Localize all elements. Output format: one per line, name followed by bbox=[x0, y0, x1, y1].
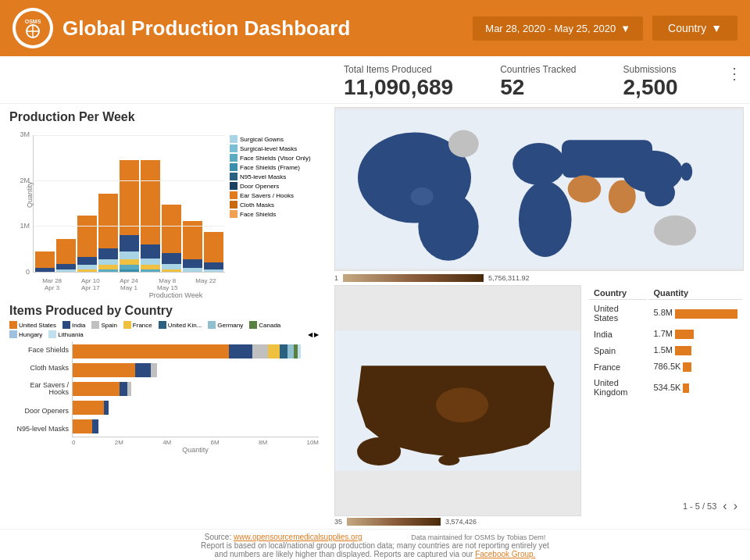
cl-de: Germany bbox=[208, 321, 243, 329]
date-range-button[interactable]: Mar 28, 2020 - May 25, 2020 ▼ bbox=[473, 16, 643, 41]
legend-face-shields: Face Shields bbox=[230, 210, 319, 218]
country-table: Country Quantity United States 5.8M Indi… bbox=[588, 285, 744, 516]
main-content: ⋮ Total Items Produced 11,090,689 Countr… bbox=[0, 56, 750, 560]
svg-point-12 bbox=[568, 176, 602, 203]
right-panel: 1 5,756,311.92 bbox=[328, 104, 750, 529]
production-chart: Production Per Week 3M 2M 1M 0 Quantity bbox=[9, 110, 319, 299]
cl-france: France bbox=[123, 321, 152, 329]
legend-cloth-masks: Cloth Masks bbox=[230, 201, 319, 209]
svg-point-15 bbox=[622, 151, 682, 193]
left-panel: Production Per Week 3M 2M 1M 0 Quantity bbox=[0, 104, 328, 529]
cl-india: India bbox=[62, 321, 85, 329]
header: OSMS Global Production Dashboard Mar 28,… bbox=[0, 0, 750, 56]
svg-point-9 bbox=[512, 143, 566, 185]
cl-hu: Hungary bbox=[9, 330, 42, 338]
content-area: Production Per Week 3M 2M 1M 0 Quantity bbox=[0, 104, 750, 529]
dashboard-title: Global Production Dashboard bbox=[62, 16, 463, 41]
stats-row: ⋮ Total Items Produced 11,090,689 Countr… bbox=[0, 56, 750, 104]
us-map bbox=[334, 285, 581, 516]
country-chart: Items Produced by Country United States … bbox=[9, 304, 319, 454]
country-filter-button[interactable]: Country ▼ bbox=[652, 16, 738, 41]
svg-point-16 bbox=[654, 216, 696, 246]
svg-text:OSMS: OSMS bbox=[25, 19, 41, 24]
legend-visor: Face Shields (Visor Only) bbox=[230, 154, 319, 162]
pagination: 1 - 5 / 53 ‹ › bbox=[588, 496, 744, 516]
legend-ear-savers: Ear Savers / Hooks bbox=[230, 191, 319, 199]
svg-point-22 bbox=[436, 387, 488, 423]
logo: OSMS bbox=[12, 8, 53, 48]
footer: Source: www.opensourcemedicalsupplies.or… bbox=[0, 529, 750, 560]
countries-tracked-stat: Countries Tracked 52 bbox=[500, 64, 576, 100]
next-page-button[interactable]: › bbox=[734, 499, 738, 513]
svg-point-21 bbox=[438, 455, 459, 465]
cl-ca: Canada bbox=[249, 321, 280, 329]
cl-spain: Spain bbox=[91, 321, 116, 329]
svg-point-7 bbox=[448, 130, 479, 158]
col-quantity: Quantity bbox=[648, 287, 742, 300]
table-row: United Kingdom 534.5K bbox=[589, 376, 742, 399]
y-axis-label: Quantity bbox=[26, 181, 34, 208]
svg-point-17 bbox=[680, 162, 692, 180]
table-row: France 786.5K bbox=[589, 359, 742, 374]
total-items-stat: Total Items Produced 11,090,689 bbox=[344, 64, 453, 100]
cl-lt: Lithuania bbox=[48, 330, 83, 338]
us-scale: 35 3,574,426 bbox=[334, 518, 744, 526]
legend-surgical-masks: Surgical-level Masks bbox=[230, 144, 319, 152]
submissions-stat: Submissions 2,500 bbox=[623, 64, 678, 100]
legend-surgical-gowns: Surgical Gowns bbox=[230, 135, 319, 143]
table-row: India 1.7M bbox=[589, 326, 742, 341]
table-row: United States 5.8M bbox=[589, 301, 742, 325]
legend-door-openers: Door Openers bbox=[230, 182, 319, 190]
cl-uk: United Kin... bbox=[159, 321, 202, 329]
facebook-link[interactable]: Facebook Group. bbox=[475, 550, 535, 558]
svg-point-18 bbox=[411, 187, 434, 205]
nav-arrow[interactable]: ◀ ▶ bbox=[308, 330, 319, 338]
hbar-x-label: Quantity bbox=[72, 446, 319, 454]
prev-page-button[interactable]: ‹ bbox=[723, 499, 727, 513]
legend-n95: N95-level Masks bbox=[230, 173, 319, 180]
legend-frame: Face Shields (Frame) bbox=[230, 163, 319, 171]
col-country: Country bbox=[589, 287, 647, 300]
x-axis-label: Production Week bbox=[33, 291, 319, 299]
cl-us: United States bbox=[9, 321, 56, 329]
svg-point-10 bbox=[519, 181, 572, 257]
table-row: Spain 1.5M bbox=[589, 343, 742, 358]
world-map bbox=[334, 107, 744, 271]
source-link[interactable]: www.opensourcemedicalsupplies.org bbox=[234, 533, 362, 541]
svg-point-20 bbox=[357, 437, 401, 465]
more-options-icon[interactable]: ⋮ bbox=[727, 64, 742, 83]
world-scale: 1 5,756,311.92 bbox=[334, 274, 744, 282]
